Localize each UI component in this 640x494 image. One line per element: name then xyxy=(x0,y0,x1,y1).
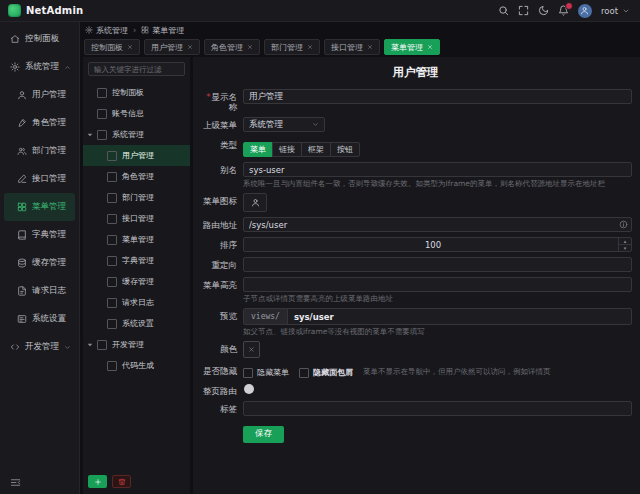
breadcrumb-item-menus[interactable]: 菜单管理 xyxy=(141,25,184,36)
close-icon[interactable] xyxy=(367,44,373,50)
tree-node-dev[interactable]: 开发管理 xyxy=(83,334,190,355)
sidebar-item-dev[interactable]: 开发管理 xyxy=(4,333,75,361)
close-icon[interactable] xyxy=(307,44,313,50)
checkbox[interactable] xyxy=(107,298,117,308)
info-icon[interactable] xyxy=(619,220,628,229)
tree-node-depts[interactable]: 部门管理 xyxy=(83,187,190,208)
tab-users[interactable]: 用户管理 xyxy=(144,39,200,55)
form-title: 用户管理 xyxy=(199,65,632,80)
checkbox[interactable] xyxy=(107,193,117,203)
checkbox[interactable] xyxy=(97,109,107,119)
book-icon xyxy=(17,230,27,240)
checkbox[interactable] xyxy=(97,130,107,140)
sidebar-item-roles[interactable]: 角色管理 xyxy=(4,109,75,137)
checkbox[interactable] xyxy=(97,340,107,350)
parent-menu-select[interactable]: 系统管理 xyxy=(243,117,325,132)
brand[interactable]: NetAdmin xyxy=(0,4,83,17)
sidebar-item-system[interactable]: 系统管理 xyxy=(4,53,75,81)
sidebar-item-menus[interactable]: 菜单管理 xyxy=(4,193,75,221)
trash-icon xyxy=(118,478,126,486)
tree-node-account[interactable]: 账号信息 xyxy=(83,103,190,124)
sidebar-item-depts[interactable]: 部门管理 xyxy=(4,137,75,165)
tab-depts[interactable]: 部门管理 xyxy=(264,39,320,55)
gear-icon xyxy=(85,26,93,34)
fullscreen-icon[interactable] xyxy=(518,5,529,16)
tab-roles[interactable]: 角色管理 xyxy=(204,39,260,55)
close-icon[interactable] xyxy=(247,44,253,50)
checkbox[interactable] xyxy=(107,235,117,245)
number-spinner: ▴ ▾ xyxy=(618,238,631,251)
tree-node-apis[interactable]: 接口管理 xyxy=(83,208,190,229)
type-option[interactable]: 框架 xyxy=(301,142,331,157)
checkbox[interactable] xyxy=(107,361,117,371)
tab-menus[interactable]: 菜单管理 xyxy=(384,39,440,55)
tree-node-menus[interactable]: 菜单管理 xyxy=(83,229,190,250)
checkbox-box[interactable] xyxy=(243,368,253,378)
sidebar-item-cache[interactable]: 缓存管理 xyxy=(4,249,75,277)
tree-node-dicts[interactable]: 字典管理 xyxy=(83,250,190,271)
sidebar-item-users[interactable]: 用户管理 xyxy=(4,81,75,109)
form-row-type: 类型 菜单链接框架按钮 xyxy=(199,137,632,157)
avatar[interactable] xyxy=(578,4,592,18)
save-button[interactable]: 保存 xyxy=(243,426,284,443)
checkbox-hide-breadcrumb[interactable]: 隐藏面包屑 xyxy=(299,367,353,378)
spinner-down-button[interactable]: ▾ xyxy=(619,245,631,251)
checkbox-box[interactable] xyxy=(299,368,309,378)
tab-dashboard[interactable]: 控制面板 xyxy=(84,39,140,55)
menu-collapse-icon[interactable] xyxy=(10,477,21,488)
caret-down-icon[interactable] xyxy=(86,341,94,349)
user-menu[interactable]: root xyxy=(601,6,630,16)
redirect-input[interactable] xyxy=(243,257,632,272)
tree-node-cache[interactable]: 缓存管理 xyxy=(83,271,190,292)
tree-node-system[interactable]: 系统管理 xyxy=(83,124,190,145)
display-name-input[interactable] xyxy=(243,89,632,104)
checkbox[interactable] xyxy=(107,172,117,182)
checkbox[interactable] xyxy=(107,256,117,266)
close-icon[interactable] xyxy=(427,44,433,50)
caret-down-icon[interactable] xyxy=(86,131,94,139)
close-icon[interactable] xyxy=(127,44,133,50)
tree-node-codegen[interactable]: 代码生成 xyxy=(83,355,190,376)
menu-icon-picker[interactable] xyxy=(243,193,267,212)
sidebar-item-dicts[interactable]: 字典管理 xyxy=(4,221,75,249)
checkbox[interactable] xyxy=(107,214,117,224)
form-row-redirect: 重定向 xyxy=(199,257,632,272)
menu-highlight-input[interactable] xyxy=(243,277,632,292)
type-option[interactable]: 按钮 xyxy=(330,142,360,157)
sort-input[interactable] xyxy=(243,237,632,252)
sidebar-item-dashboard[interactable]: 控制面板 xyxy=(4,25,75,53)
form-row-menu-highlight: 菜单高亮 子节点或详情页需要高亮的上级菜单路由地址 xyxy=(199,277,632,303)
tag-input[interactable] xyxy=(243,401,632,416)
checkbox-hide-menu[interactable]: 隐藏菜单 xyxy=(243,367,289,378)
color-picker[interactable] xyxy=(243,341,260,358)
preview-input-group[interactable]: views/ sys/user xyxy=(243,308,632,325)
sidebar-item-settings[interactable]: 系统设置 xyxy=(4,305,75,333)
route-path-input[interactable] xyxy=(243,217,632,232)
breadcrumb-item-system[interactable]: 系统管理 xyxy=(85,25,128,36)
alias-input[interactable] xyxy=(243,162,632,177)
tree-filter-input[interactable] xyxy=(88,62,185,76)
checkbox[interactable] xyxy=(107,151,117,161)
tree-node-dashboard[interactable]: 控制面板 xyxy=(83,82,190,103)
search-icon[interactable] xyxy=(498,5,509,16)
checkbox[interactable] xyxy=(97,88,107,98)
spinner-up-button[interactable]: ▴ xyxy=(619,238,631,245)
user-icon xyxy=(580,6,589,15)
sidebar-item-apis[interactable]: 接口管理 xyxy=(4,165,75,193)
bell-icon[interactable] xyxy=(558,5,569,16)
tree-node-request-logs[interactable]: 请求日志 xyxy=(83,292,190,313)
tree-node-settings[interactable]: 系统设置 xyxy=(83,313,190,334)
tree-node-roles[interactable]: 角色管理 xyxy=(83,166,190,187)
person-icon xyxy=(251,198,260,207)
theme-icon[interactable] xyxy=(538,5,549,16)
add-menu-button[interactable] xyxy=(88,475,107,488)
sidebar-item-request-logs[interactable]: 请求日志 xyxy=(4,277,75,305)
tree-node-users[interactable]: 用户管理 xyxy=(83,145,190,166)
checkbox[interactable] xyxy=(107,277,117,287)
tab-apis[interactable]: 接口管理 xyxy=(324,39,380,55)
checkbox[interactable] xyxy=(107,319,117,329)
delete-menu-button[interactable] xyxy=(112,475,131,488)
type-option[interactable]: 菜单 xyxy=(243,142,273,157)
type-option[interactable]: 链接 xyxy=(272,142,302,157)
close-icon[interactable] xyxy=(187,44,193,50)
